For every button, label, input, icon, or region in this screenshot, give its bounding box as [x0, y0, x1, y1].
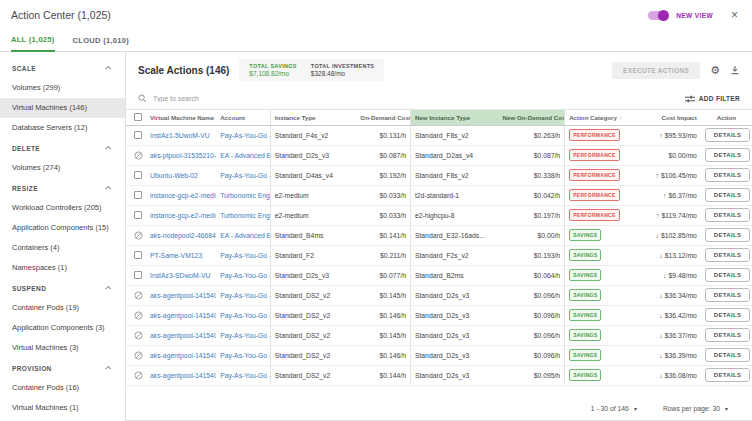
details-button[interactable]: DETAILS — [705, 348, 750, 362]
page-range-selector[interactable]: 1 - 30 of 146 ▾ — [591, 405, 637, 412]
details-button[interactable]: DETAILS — [705, 248, 750, 262]
account-link[interactable]: Turbonomic Engineering — [220, 212, 270, 219]
select-all-checkbox[interactable] — [134, 113, 142, 121]
details-button[interactable]: DETAILS — [705, 288, 750, 302]
add-filter-button[interactable]: ADD FILTER — [685, 95, 740, 103]
sidebar-item[interactable]: Volumes (274) — [0, 158, 125, 178]
row-checkbox[interactable] — [134, 171, 142, 179]
tab-bar: ALL (1,025) CLOUD (1,010) — [0, 30, 752, 52]
col-header-account[interactable]: Account — [216, 110, 270, 125]
new-view-toggle[interactable] — [648, 11, 668, 20]
tab-cloud[interactable]: CLOUD (1,010) — [73, 36, 129, 51]
details-button[interactable]: DETAILS — [705, 328, 750, 342]
table-row: aks-ptpool-31535210-vEA - Advanced Engin… — [126, 145, 752, 165]
sidebar-item[interactable]: Virtual Machines (146) — [0, 98, 125, 118]
details-button[interactable]: DETAILS — [705, 308, 750, 322]
col-header-vm-name[interactable]: Virtual Machine Name — [146, 110, 216, 125]
sidebar-section-label: DELETE — [12, 145, 40, 152]
vm-name-link[interactable]: Ubuntu-Web-02 — [150, 172, 198, 179]
sidebar-item[interactable]: Containers (4) — [0, 238, 125, 258]
account-link[interactable]: Pay-As-You-Go - Produ — [220, 272, 270, 279]
row-checkbox[interactable] — [134, 131, 142, 139]
sidebar-item[interactable]: Workload Controllers (205) — [0, 198, 125, 218]
row-checkbox[interactable] — [134, 191, 142, 199]
sidebar-item[interactable]: Container Pods (16) — [0, 378, 125, 398]
details-button[interactable]: DETAILS — [705, 208, 750, 222]
details-button[interactable]: DETAILS — [705, 168, 750, 182]
vm-name-link[interactable]: aks-agentpool-1415408 — [150, 352, 216, 359]
new-on-demand-cost: $0.197/h — [534, 212, 560, 219]
account-link[interactable]: EA - Advanced Enginee — [220, 152, 270, 159]
vm-name-link[interactable]: instance-gcp-e2-mediu — [150, 192, 216, 199]
sidebar-section-header[interactable]: DELETE — [0, 138, 125, 158]
details-button[interactable]: DETAILS — [705, 268, 750, 282]
vm-name-link[interactable]: aks-agentpool-1415408 — [150, 312, 216, 319]
vm-name-link[interactable]: aks-agentpool-1415408 — [150, 372, 216, 379]
sidebar-section-header[interactable]: RESIZE — [0, 178, 125, 198]
col-header-new-instance-type[interactable]: New Instance Type — [410, 110, 498, 125]
account-link[interactable]: Pay-As-You-Go - Produ — [220, 172, 270, 179]
new-instance-type: e2-highcpu-8 — [415, 212, 455, 219]
col-header-instance-type[interactable]: Instance Type — [270, 110, 356, 125]
search-input[interactable] — [153, 95, 679, 102]
gear-icon[interactable]: ⚙ — [710, 65, 720, 76]
sidebar-item[interactable]: Application Components (3) — [0, 318, 125, 338]
sidebar-item[interactable]: Virtual Machines (1) — [0, 398, 125, 418]
on-demand-cost: $0.146/h — [379, 312, 405, 319]
col-header-cost-impact[interactable]: Cost Impact — [641, 110, 701, 125]
account-link[interactable]: Pay-As-You-Go - Produ — [220, 352, 270, 359]
sidebar-item[interactable]: Database Servers (12) — [0, 118, 125, 138]
account-link[interactable]: Pay-As-You-Go - Produ — [220, 252, 270, 259]
vm-name-link[interactable]: aks-agentpool-1415408 — [150, 332, 216, 339]
details-button[interactable]: DETAILS — [705, 128, 750, 142]
close-icon[interactable]: × — [731, 9, 738, 21]
action-category-badge: SAVINGS — [569, 249, 601, 261]
details-button[interactable]: DETAILS — [705, 188, 750, 202]
sidebar-section-header[interactable]: PROVISION — [0, 358, 125, 378]
account-link[interactable]: Turbonomic Engineering — [220, 192, 270, 199]
actions-table-body: InstAz1-5UwoM-VUPay-As-You-Go - ProduSta… — [126, 125, 752, 385]
account-link[interactable]: Pay-As-You-Go - Produ — [220, 372, 270, 379]
cost-impact-value: $36.08/mo — [665, 372, 697, 379]
vm-name-link[interactable]: PT-Same-VM123 — [150, 252, 202, 259]
instance-type: e2-medium — [275, 212, 309, 219]
chevron-up-icon — [105, 286, 111, 292]
account-link[interactable]: Pay-As-You-Go - Produ — [220, 132, 270, 139]
sidebar-item[interactable]: Container Pods (19) — [0, 298, 125, 318]
arrow-down-icon: ↓ — [663, 272, 666, 279]
vm-name-link[interactable]: aks-agentpool-1415408 — [150, 292, 216, 299]
action-category-badge: SAVINGS — [569, 269, 601, 281]
col-header-new-on-demand-cost[interactable]: New On-Demand Cost — [499, 110, 565, 125]
details-button[interactable]: DETAILS — [705, 148, 750, 162]
new-instance-type: Standard_E32-16ads... — [415, 232, 485, 239]
sidebar-section-header[interactable]: SUSPEND — [0, 278, 125, 298]
sidebar-item[interactable]: Application Components (15) — [0, 218, 125, 238]
execute-actions-button[interactable]: EXECUTE ACTIONS — [612, 62, 700, 79]
vm-name-link[interactable]: InstAz1-5UwoM-VU — [150, 132, 210, 139]
details-button[interactable]: DETAILS — [705, 228, 750, 242]
rows-per-page: Rows per page: 30 — [663, 405, 720, 412]
chevron-up-icon — [105, 146, 111, 152]
col-header-action-category[interactable]: Action Category↑ — [565, 110, 641, 125]
details-button[interactable]: DETAILS — [705, 368, 750, 382]
sidebar-section-header[interactable]: SCALE — [0, 58, 125, 78]
rows-per-page-selector[interactable]: Rows per page: 30 ▾ — [663, 405, 728, 412]
vm-name-link[interactable]: instance-gcp-e2-mediu — [150, 212, 216, 219]
vm-name-link[interactable]: aks-ptpool-31535210-v — [150, 152, 216, 159]
vm-name-link[interactable]: aks-nodepool2-466843 — [150, 232, 216, 239]
download-icon[interactable] — [730, 65, 740, 75]
account-link[interactable]: Pay-As-You-Go - Produ — [220, 312, 270, 319]
account-link[interactable]: Pay-As-You-Go - Produ — [220, 292, 270, 299]
vm-name-link[interactable]: InstAz3-SDwoM-VU — [150, 272, 210, 279]
account-link[interactable]: Pay-As-You-Go - Produ — [220, 332, 270, 339]
row-checkbox[interactable] — [134, 211, 142, 219]
col-header-on-demand-cost[interactable]: On-Demand Cost — [356, 110, 410, 125]
row-checkbox[interactable] — [134, 271, 142, 279]
sidebar-item[interactable]: Volumes (299) — [0, 78, 125, 98]
row-checkbox[interactable] — [134, 251, 142, 259]
account-link[interactable]: EA - Advanced Enginee — [220, 232, 270, 239]
tab-all[interactable]: ALL (1,025) — [11, 35, 55, 52]
sidebar-item[interactable]: Namespaces (1) — [0, 258, 125, 278]
sidebar-item[interactable]: Virtual Machines (3) — [0, 338, 125, 358]
instance-type: Standard_D4as_v4 — [275, 172, 333, 179]
